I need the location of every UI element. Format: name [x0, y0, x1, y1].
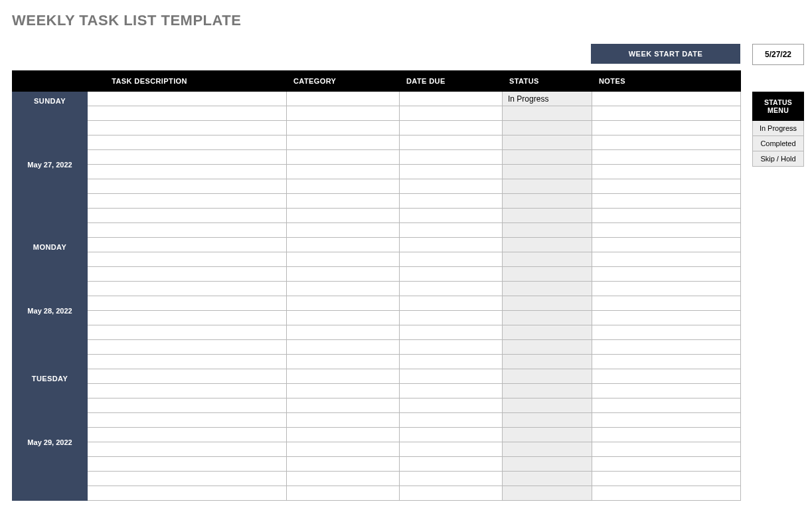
status-cell[interactable]	[503, 413, 592, 428]
cat-cell[interactable]	[287, 238, 400, 252]
notes-cell[interactable]	[592, 442, 741, 457]
notes-cell[interactable]	[592, 238, 741, 252]
status-cell[interactable]	[503, 135, 592, 150]
status-cell[interactable]	[503, 106, 592, 121]
cat-cell[interactable]	[287, 150, 400, 165]
desc-cell[interactable]	[88, 296, 287, 311]
due-cell[interactable]	[400, 282, 503, 296]
desc-cell[interactable]	[88, 355, 287, 369]
status-cell[interactable]	[503, 209, 592, 223]
cat-cell[interactable]	[287, 428, 400, 442]
notes-cell[interactable]	[592, 267, 741, 282]
cat-cell[interactable]	[287, 486, 400, 501]
status-cell[interactable]: In Progress	[503, 92, 592, 106]
cat-cell[interactable]	[287, 355, 400, 369]
notes-cell[interactable]	[592, 340, 741, 355]
cat-cell[interactable]	[287, 340, 400, 355]
due-cell[interactable]	[400, 165, 503, 179]
status-menu-item[interactable]: Skip / Hold	[752, 151, 804, 167]
cat-cell[interactable]	[287, 442, 400, 457]
desc-cell[interactable]	[88, 252, 287, 267]
due-cell[interactable]	[400, 252, 503, 267]
cat-cell[interactable]	[287, 325, 400, 340]
due-cell[interactable]	[400, 398, 503, 413]
notes-cell[interactable]	[592, 428, 741, 442]
due-cell[interactable]	[400, 428, 503, 442]
cat-cell[interactable]	[287, 384, 400, 398]
desc-cell[interactable]	[88, 209, 287, 223]
desc-cell[interactable]	[88, 179, 287, 194]
status-cell[interactable]	[503, 355, 592, 369]
notes-cell[interactable]	[592, 325, 741, 340]
due-cell[interactable]	[400, 121, 503, 135]
due-cell[interactable]	[400, 194, 503, 209]
due-cell[interactable]	[400, 106, 503, 121]
notes-cell[interactable]	[592, 194, 741, 209]
status-cell[interactable]	[503, 442, 592, 457]
notes-cell[interactable]	[592, 486, 741, 501]
due-cell[interactable]	[400, 486, 503, 501]
desc-cell[interactable]	[88, 194, 287, 209]
status-cell[interactable]	[503, 223, 592, 238]
status-cell[interactable]	[503, 311, 592, 325]
status-cell[interactable]	[503, 325, 592, 340]
cat-cell[interactable]	[287, 311, 400, 325]
desc-cell[interactable]	[88, 413, 287, 428]
cat-cell[interactable]	[287, 472, 400, 486]
status-cell[interactable]	[503, 252, 592, 267]
notes-cell[interactable]	[592, 165, 741, 179]
notes-cell[interactable]	[592, 209, 741, 223]
due-cell[interactable]	[400, 267, 503, 282]
desc-cell[interactable]	[88, 340, 287, 355]
cat-cell[interactable]	[287, 135, 400, 150]
due-cell[interactable]	[400, 384, 503, 398]
status-cell[interactable]	[503, 296, 592, 311]
due-cell[interactable]	[400, 369, 503, 384]
cat-cell[interactable]	[287, 296, 400, 311]
status-cell[interactable]	[503, 150, 592, 165]
due-cell[interactable]	[400, 472, 503, 486]
due-cell[interactable]	[400, 223, 503, 238]
desc-cell[interactable]	[88, 472, 287, 486]
desc-cell[interactable]	[88, 267, 287, 282]
cat-cell[interactable]	[287, 179, 400, 194]
status-cell[interactable]	[503, 384, 592, 398]
due-cell[interactable]	[400, 442, 503, 457]
desc-cell[interactable]	[88, 282, 287, 296]
due-cell[interactable]	[400, 209, 503, 223]
desc-cell[interactable]	[88, 325, 287, 340]
cat-cell[interactable]	[287, 209, 400, 223]
due-cell[interactable]	[400, 150, 503, 165]
due-cell[interactable]	[400, 238, 503, 252]
notes-cell[interactable]	[592, 384, 741, 398]
cat-cell[interactable]	[287, 194, 400, 209]
notes-cell[interactable]	[592, 92, 741, 106]
cat-cell[interactable]	[287, 282, 400, 296]
cat-cell[interactable]	[287, 413, 400, 428]
notes-cell[interactable]	[592, 413, 741, 428]
notes-cell[interactable]	[592, 369, 741, 384]
cat-cell[interactable]	[287, 369, 400, 384]
status-cell[interactable]	[503, 486, 592, 501]
status-cell[interactable]	[503, 238, 592, 252]
notes-cell[interactable]	[592, 296, 741, 311]
desc-cell[interactable]	[88, 121, 287, 135]
desc-cell[interactable]	[88, 106, 287, 121]
notes-cell[interactable]	[592, 355, 741, 369]
status-cell[interactable]	[503, 340, 592, 355]
desc-cell[interactable]	[88, 486, 287, 501]
desc-cell[interactable]	[88, 165, 287, 179]
due-cell[interactable]	[400, 457, 503, 472]
cat-cell[interactable]	[287, 165, 400, 179]
desc-cell[interactable]	[88, 457, 287, 472]
due-cell[interactable]	[400, 311, 503, 325]
status-cell[interactable]	[503, 457, 592, 472]
desc-cell[interactable]	[88, 238, 287, 252]
notes-cell[interactable]	[592, 252, 741, 267]
notes-cell[interactable]	[592, 457, 741, 472]
status-cell[interactable]	[503, 194, 592, 209]
status-cell[interactable]	[503, 282, 592, 296]
desc-cell[interactable]	[88, 135, 287, 150]
desc-cell[interactable]	[88, 223, 287, 238]
cat-cell[interactable]	[287, 457, 400, 472]
